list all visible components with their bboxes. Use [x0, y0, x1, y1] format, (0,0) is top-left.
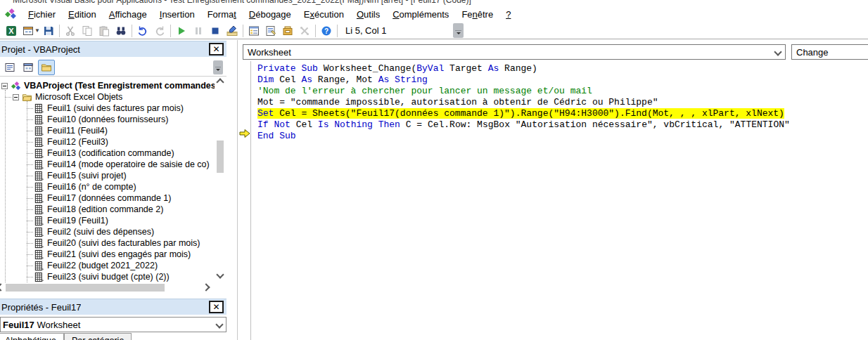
sheet-icon: [34, 126, 44, 136]
chevron-down-icon: [215, 320, 224, 329]
tree-item-feuil22[interactable]: Feuil22 (budget 2021_2022): [0, 260, 215, 271]
menu-outils[interactable]: Outils: [350, 8, 386, 21]
menu-aide[interactable]: ?: [499, 8, 517, 21]
tree-item-feuil18[interactable]: Feuil18 (edition commande 2): [0, 204, 215, 215]
sheet-icon: [34, 193, 44, 204]
cursor-position-label: Li 5, Col 1: [345, 25, 387, 36]
tree-item-feuil2[interactable]: Feuil2 (suivi des dépenses): [0, 226, 215, 237]
menu-fichier[interactable]: Fichier: [22, 8, 62, 21]
project-panel-title: Projet - VBAProject: [0, 44, 80, 55]
menu-format[interactable]: Format: [201, 8, 243, 21]
scrollbar-thumb[interactable]: [217, 140, 224, 173]
code-line-7[interactable]: End Sub: [257, 131, 868, 142]
code-line-2[interactable]: Dim Cel As Range, Mot As String: [257, 74, 868, 86]
tree-item-feuil10[interactable]: Feuil10 (données fournisseurs): [0, 114, 215, 125]
code-editor[interactable]: Private Sub Worksheet_Change(ByVal Targe…: [238, 61, 868, 340]
project-panel-close-icon[interactable]: ✕: [209, 43, 224, 55]
code-line-1[interactable]: Private Sub Worksheet_Change(ByVal Targe…: [257, 63, 868, 74]
tree-item-feuil12[interactable]: Feuil12 (Feuil3): [0, 136, 215, 148]
menu-execution[interactable]: Exécution: [298, 8, 350, 21]
main-toolbar: X▼? Li 5, Col 1: [0, 22, 868, 39]
menu-edition[interactable]: Edition: [62, 8, 103, 21]
tree-item-feuil19[interactable]: Feuil19 (Feuil1): [0, 215, 215, 226]
copy-icon[interactable]: [79, 23, 96, 39]
properties-panel-close-icon[interactable]: ✕: [209, 301, 224, 313]
selected-object-name: Feuil17: [3, 320, 34, 330]
tree-item-feuil17[interactable]: Feuil17 (données commande 1): [0, 192, 215, 204]
tree-item-feuil15[interactable]: Feuil15 (suivi projet): [0, 170, 215, 181]
find-icon[interactable]: [113, 23, 129, 39]
code-line-5[interactable]: Set Cel = Sheets("Feuil17(données comman…: [257, 108, 868, 119]
toolbar-overflow-button[interactable]: [453, 23, 464, 38]
sheet-icon: [34, 115, 44, 125]
properties-panel-header: Propriétés - Feuil17 ✕: [0, 299, 226, 315]
redo-icon[interactable]: [151, 23, 168, 39]
scrollbar-thumb[interactable]: [6, 284, 165, 292]
run-icon[interactable]: [173, 23, 190, 39]
collapse-icon[interactable]: [13, 94, 19, 100]
svg-text:X: X: [8, 27, 14, 35]
tree-item-excel-objects[interactable]: Microsoft Excel Objets: [0, 91, 215, 103]
sheet-icon: [34, 103, 44, 114]
sheet-icon: [34, 238, 44, 249]
tree-item-vbaproject[interactable]: VBAProject (Test Enregistrement commande…: [0, 80, 215, 91]
sheet-icon: [34, 171, 44, 181]
tree-item-feuil1[interactable]: Feuil1 (suivi des factures par mois): [0, 103, 215, 114]
view-excel-icon[interactable]: X: [3, 23, 20, 39]
tree-item-feuil20[interactable]: Feuil20 (suivi des facturables par mois): [0, 237, 215, 249]
code-line-4[interactable]: Mot = "commande impossible, autorisation…: [257, 97, 868, 108]
toggle-folders-icon[interactable]: [38, 60, 55, 75]
folder-open-icon: [22, 92, 32, 103]
project-root-icon: [11, 81, 21, 91]
project-explorer-icon[interactable]: [245, 23, 262, 39]
code-window: Worksheet Change Private Sub Worksheet_C…: [237, 40, 868, 340]
procedure-dropdown[interactable]: Change: [791, 44, 868, 60]
cut-icon[interactable]: [62, 23, 79, 39]
view-object-icon[interactable]: [20, 60, 37, 75]
app-logo-icon: [4, 8, 18, 20]
code-line-3[interactable]: 'Nom de l'erreur à chercher pour lancer …: [257, 86, 868, 97]
tree-item-feuil11[interactable]: Feuil11 (Feuil4): [0, 125, 215, 136]
break-icon[interactable]: [190, 23, 207, 39]
tree-item-feuil13[interactable]: Feuil13 (codification commande): [0, 148, 215, 159]
help-icon[interactable]: ?: [318, 23, 335, 39]
properties-window-icon[interactable]: [262, 23, 279, 39]
tree-item-feuil21[interactable]: Feuil21 (suivi des engagés par mois): [0, 249, 215, 260]
properties-panel-title: Propriétés - Feuil17: [0, 302, 81, 313]
menu-insertion[interactable]: Insertion: [153, 8, 201, 21]
sheet-icon: [34, 148, 44, 159]
collapse-icon[interactable]: [1, 83, 8, 89]
project-tree-horizontal-scrollbar[interactable]: [0, 282, 226, 293]
undo-icon[interactable]: [134, 23, 151, 39]
project-tree-vertical-scrollbar[interactable]: [215, 77, 225, 280]
view-code-icon[interactable]: [1, 60, 18, 75]
project-tree: VBAProject (Test Enregistrement commande…: [0, 77, 215, 282]
tree-item-feuil23[interactable]: Feuil23 (suivi budget (cpte) (2)): [0, 271, 215, 282]
dropdown-caret-icon[interactable]: ▼: [34, 27, 40, 34]
properties-object-selector[interactable]: Feuil17 Worksheet: [0, 317, 226, 332]
chevron-down-icon: [773, 47, 783, 57]
sheet-icon: [34, 159, 44, 170]
execution-point-arrow-icon: [239, 129, 250, 138]
menu-affichage[interactable]: Affichage: [103, 8, 153, 21]
object-browser-icon[interactable]: [279, 23, 296, 39]
save-icon[interactable]: [40, 23, 57, 39]
design-mode-icon[interactable]: [224, 23, 241, 39]
object-dropdown[interactable]: Worksheet: [243, 44, 786, 60]
project-panel-toolbar: [0, 58, 226, 77]
toolbox-icon[interactable]: [296, 23, 313, 39]
menu-debogage[interactable]: Débogage: [243, 8, 298, 21]
tree-item-feuil14[interactable]: Feuil14 (mode operatoire de saisie de co…: [0, 159, 215, 170]
sheet-icon: [34, 272, 44, 282]
sheet-icon: [34, 204, 44, 215]
menu-fenetre[interactable]: Fenêtre: [455, 8, 499, 21]
tab-alphabetic[interactable]: Alphabétique: [0, 333, 64, 340]
menu-complements[interactable]: Compléments: [386, 8, 455, 21]
code-line-6[interactable]: If Not Cel Is Nothing Then C = Cel.Row: …: [257, 119, 868, 131]
breakpoint-margin[interactable]: [238, 61, 251, 340]
paste-icon[interactable]: [96, 23, 113, 39]
tab-categorized[interactable]: Par catégorie: [64, 333, 132, 340]
tree-item-feuil16[interactable]: Feuil16 (n° de compte): [0, 181, 215, 192]
project-toolbar-overflow-button[interactable]: [213, 60, 223, 74]
reset-icon[interactable]: [207, 23, 224, 39]
